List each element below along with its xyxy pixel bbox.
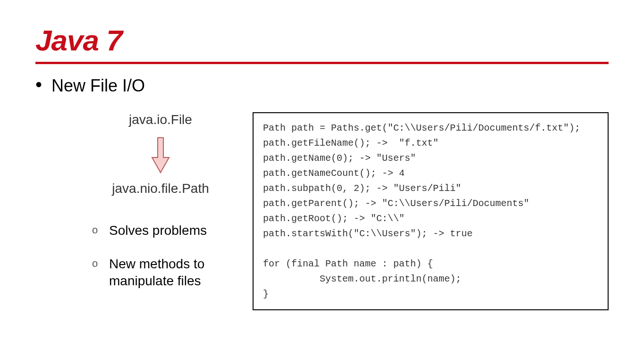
slide: Java 7 • New File I/O java.io.File java.… xyxy=(0,0,644,348)
sub-bullet-text: New methods to manipulate files xyxy=(109,256,232,290)
main-bullet-text: New File I/O xyxy=(51,76,145,96)
left-column: java.io.File java.nio.file.Path o Solves… xyxy=(35,112,234,310)
sub-bullet-item: o New methods to manipulate files xyxy=(92,256,232,290)
sub-bullet-list: o Solves problems o New methods to manip… xyxy=(92,222,232,306)
circle-bullet-icon: o xyxy=(92,224,99,236)
bullet-dot-icon: • xyxy=(35,76,42,93)
sub-bullet-text: Solves problems xyxy=(109,222,207,239)
right-column: Path path = Paths.get("C:\\Users/Pili/Do… xyxy=(234,112,609,310)
circle-bullet-icon: o xyxy=(92,257,99,270)
code-example: Path path = Paths.get("C:\\Users/Pili/Do… xyxy=(253,112,609,310)
down-arrow-icon xyxy=(151,137,170,175)
slide-title: Java 7 xyxy=(35,24,609,57)
new-class-label: java.nio.file.Path xyxy=(112,181,209,196)
content-row: java.io.File java.nio.file.Path o Solves… xyxy=(35,112,609,310)
sub-bullet-item: o Solves problems xyxy=(92,222,232,239)
old-class-label: java.io.File xyxy=(129,112,192,127)
main-bullet: • New File I/O xyxy=(35,76,609,96)
title-divider xyxy=(35,62,609,64)
